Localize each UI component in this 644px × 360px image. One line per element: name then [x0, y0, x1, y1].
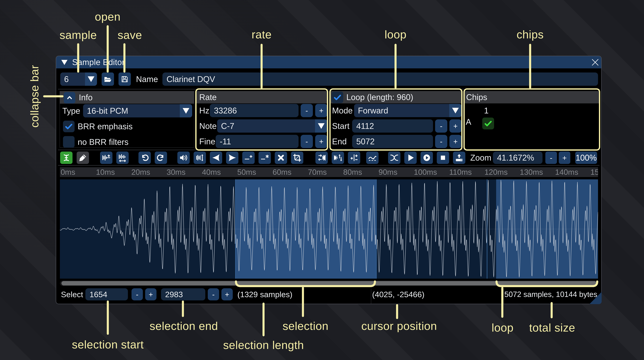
window-collapse-icon[interactable]	[61, 60, 68, 65]
annotation-selection-start: selection start	[72, 338, 144, 351]
window-titlebar[interactable]: Sample Editor	[56, 56, 601, 68]
info-collapse-button[interactable]	[64, 92, 75, 104]
sample-name-input[interactable]: Clarinet DQV	[162, 72, 598, 86]
line-star-icon	[260, 153, 269, 162]
annotation-bracket-selection	[235, 281, 376, 288]
edit-mode-draw-button[interactable]	[77, 152, 89, 164]
annotation-chips: chips	[516, 28, 544, 41]
annotation-loop-top: loop	[384, 28, 406, 41]
import-button[interactable]	[453, 152, 465, 164]
chevron-up-icon	[66, 94, 73, 101]
edit-mode-select-button[interactable]	[60, 152, 72, 164]
line-plus-icon	[244, 153, 253, 162]
chips-annotation-outline	[464, 88, 600, 151]
open-sample-button[interactable]	[102, 72, 114, 86]
invert-icon	[333, 153, 342, 162]
selection-start-line	[235, 179, 236, 279]
undo-button[interactable]	[138, 152, 151, 164]
ruler-label: 10ms	[96, 167, 115, 177]
zoom-label: Zoom	[470, 152, 491, 164]
cursor-position-text: (4025, -25466)	[372, 288, 424, 301]
play-circle-icon	[422, 153, 431, 162]
brr-emphasis-checkbox[interactable]	[63, 121, 74, 132]
info-panel-header[interactable]: Info	[60, 91, 194, 104]
filter-icon	[368, 153, 377, 162]
sample-selector[interactable]: 6	[60, 72, 97, 86]
normalize-button[interactable]	[194, 152, 206, 164]
signed-unsigned-button[interactable]	[348, 152, 360, 164]
annotation-save: save	[118, 28, 142, 42]
pencil-icon	[78, 153, 88, 162]
stop-button[interactable]	[437, 152, 449, 164]
loop-annotation-outline	[329, 88, 462, 151]
redo-button[interactable]	[155, 152, 167, 164]
ruler-label: 30ms	[167, 167, 186, 177]
zoom-in-button[interactable]: +	[559, 152, 570, 164]
ibeam-cursor-icon	[62, 153, 71, 162]
fade-in-button[interactable]	[210, 152, 222, 164]
ruler-label: 50ms	[237, 167, 256, 177]
resize-button[interactable]	[100, 152, 112, 164]
annotation-sample: sample	[60, 28, 97, 42]
upload-icon	[454, 153, 464, 162]
no-brr-filters-checkbox[interactable]	[63, 136, 74, 148]
crossfade-button[interactable]	[388, 152, 400, 164]
selection-end-plus-button[interactable]: +	[222, 288, 233, 300]
delete-button[interactable]	[275, 152, 287, 164]
trim-button[interactable]	[291, 152, 303, 164]
selection-start-plus-button[interactable]: +	[145, 288, 156, 300]
annotation-total-size: total size	[529, 321, 575, 334]
filter-button[interactable]	[366, 152, 378, 164]
zoom-reset-button[interactable]: 100%	[575, 152, 597, 164]
invert-button[interactable]	[332, 152, 344, 164]
annotation-line-loop-stem	[501, 287, 503, 318]
brr-emphasis-label: BRR emphasis	[78, 120, 133, 133]
no-brr-filters-label: no BRR filters	[78, 135, 128, 148]
annotation-line-selection-start	[107, 300, 109, 335]
sample-type-combo[interactable]: 16-bit PCM	[83, 104, 192, 118]
waveform-display[interactable]	[60, 179, 598, 279]
close-button[interactable]	[591, 58, 600, 67]
sample-selector-value: 6	[64, 72, 69, 86]
ruler-label: 140ms	[555, 167, 578, 177]
info-panel: Info Type 16-bit PCM BRR emphasis no BRR…	[60, 91, 194, 148]
zoom-out-button[interactable]: -	[545, 152, 557, 164]
save-sample-button[interactable]	[118, 72, 131, 86]
annotation-cursor-position: cursor position	[361, 320, 437, 332]
sample-selector-arrow[interactable]	[85, 72, 97, 86]
annotation-bracket-loop	[496, 281, 598, 288]
zoom-input[interactable]: 41.1672%	[493, 152, 542, 164]
selection-start-input[interactable]: 1654	[86, 288, 128, 300]
selection-end-minus-button[interactable]: -	[208, 288, 219, 300]
apply-silence-button[interactable]	[258, 152, 271, 164]
speaker-icon	[179, 153, 188, 162]
insert-silence-button[interactable]	[242, 152, 255, 164]
wave-width-icon	[118, 153, 127, 162]
ruler-label: 40ms	[202, 167, 221, 177]
window-resize-grip[interactable]	[590, 292, 602, 304]
chevron-down-icon	[183, 108, 189, 114]
annotation-line-total-size	[550, 302, 553, 318]
desktop-background: Sample Editor 6 Name Clarinet DQV	[0, 0, 644, 360]
name-label: Name	[136, 72, 158, 86]
resample-button[interactable]	[116, 152, 129, 164]
annotation-line-cursor-position	[396, 304, 398, 319]
waveform-trace	[60, 179, 598, 279]
selection-start-minus-button[interactable]: -	[132, 288, 143, 300]
status-separator	[371, 289, 371, 304]
ruler-label: 20ms	[131, 167, 150, 177]
status-separator	[504, 289, 504, 304]
reverse-icon	[317, 153, 326, 162]
selection-end-input[interactable]: 2983	[161, 288, 205, 300]
amplify-button[interactable]	[177, 152, 190, 164]
annotation-loop-bottom: loop	[492, 321, 514, 334]
select-label: Select	[61, 288, 83, 301]
fade-out-button[interactable]	[226, 152, 238, 164]
crossfade-icon	[390, 153, 399, 162]
preview-button[interactable]	[420, 152, 433, 164]
reverse-button[interactable]	[316, 152, 328, 164]
sample-type-arrow[interactable]	[180, 104, 192, 118]
play-button[interactable]	[404, 152, 417, 164]
zoom-value: 41.1672%	[497, 152, 534, 164]
timeline-ruler[interactable]: 0ms10ms20ms30ms40ms50ms60ms70ms80ms90ms1…	[60, 167, 598, 177]
